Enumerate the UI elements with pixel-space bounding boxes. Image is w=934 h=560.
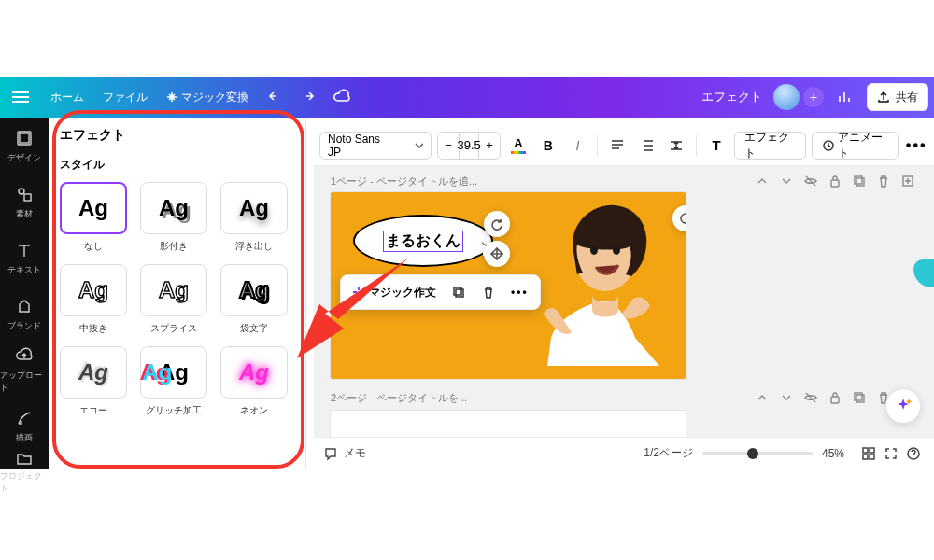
- rail-upload[interactable]: アップロード: [0, 342, 49, 398]
- style-echo[interactable]: Ag: [60, 346, 127, 399]
- align-icon: [610, 138, 625, 153]
- zoom-slider[interactable]: [702, 452, 813, 455]
- spacing-button[interactable]: [665, 133, 689, 159]
- cloud-upload-icon: [15, 346, 34, 365]
- eye-off-icon: [803, 174, 818, 189]
- chevron-down-icon: [779, 174, 794, 189]
- page-counter: 1/2ページ: [644, 445, 693, 461]
- speech-text[interactable]: まるおくん: [383, 231, 463, 252]
- page-2-canvas[interactable]: [331, 411, 686, 437]
- add-member-button[interactable]: +: [803, 87, 824, 107]
- hamburger-menu[interactable]: [0, 96, 41, 98]
- magic-write-button[interactable]: マジック作文: [347, 279, 442, 305]
- font-size-input[interactable]: 39.5: [459, 133, 479, 159]
- canvas[interactable]: 1ページ - ページタイトルを追...: [314, 166, 934, 437]
- rail-elements[interactable]: 素材: [0, 174, 49, 230]
- document-title[interactable]: エフェクト: [694, 89, 770, 105]
- text-color-button[interactable]: A: [506, 133, 531, 159]
- italic-button[interactable]: I: [566, 133, 590, 159]
- rail-design[interactable]: デザイン: [0, 118, 49, 174]
- page-lock-button[interactable]: [826, 388, 844, 407]
- page-duplicate-button[interactable]: [850, 388, 869, 407]
- style-label: 影付き: [160, 240, 188, 253]
- redo-button[interactable]: [293, 82, 323, 112]
- divider: [696, 135, 697, 156]
- nav-home[interactable]: ホーム: [41, 90, 93, 105]
- speech-bubble[interactable]: まるおくん: [353, 215, 493, 267]
- undo-button[interactable]: [260, 82, 290, 112]
- style-neon[interactable]: Ag: [220, 346, 288, 399]
- style-shadow[interactable]: Ag: [140, 182, 207, 234]
- upload-icon: [877, 91, 890, 104]
- rotate-icon: [490, 217, 503, 231]
- style-none[interactable]: Ag: [60, 182, 127, 234]
- share-button[interactable]: 共有: [867, 83, 928, 111]
- effects-button[interactable]: エフェクト: [734, 132, 806, 160]
- style-glitch[interactable]: Ag: [140, 346, 207, 399]
- move-handle[interactable]: [484, 241, 510, 267]
- chevron-down-icon: [415, 141, 423, 150]
- font-family-select[interactable]: Noto Sans JP: [319, 132, 432, 160]
- svg-rect-15: [856, 395, 864, 402]
- bottom-bar: メモ 1/2ページ 45%: [314, 437, 934, 469]
- avatar[interactable]: [773, 84, 800, 110]
- style-lift[interactable]: Ag: [220, 182, 288, 234]
- page-hide-button[interactable]: [801, 172, 820, 190]
- page2-label[interactable]: 2ページ - ページタイトルを...: [331, 391, 467, 405]
- fullscreen-button[interactable]: [880, 442, 902, 465]
- style-splice[interactable]: Ag: [140, 264, 207, 316]
- rail-draw[interactable]: 描画: [0, 398, 49, 454]
- style-bag[interactable]: Ag: [220, 264, 288, 316]
- animate-button[interactable]: アニメート: [812, 132, 899, 160]
- page1-label[interactable]: 1ページ - ページタイトルを追...: [331, 175, 477, 189]
- text-toolbar: Noto Sans JP − 39.5 + A B I T エフェクト アニメー…: [314, 125, 934, 166]
- zoom-percent[interactable]: 45%: [822, 447, 844, 460]
- redo-icon: [300, 89, 317, 105]
- help-button[interactable]: [902, 442, 925, 465]
- style-hollow[interactable]: Ag: [60, 264, 127, 316]
- add-page-icon: [900, 174, 915, 189]
- svg-rect-21: [870, 455, 874, 459]
- chart-icon: [836, 89, 853, 105]
- cloud-sync-button[interactable]: [327, 82, 357, 112]
- list-button[interactable]: [635, 133, 659, 159]
- font-size-increase[interactable]: +: [479, 138, 500, 152]
- effects-panel: エフェクト スタイル Agなし Ag影付き Ag浮き出し Ag中抜き Agスプラ…: [49, 118, 306, 469]
- page-duplicate-button[interactable]: [850, 172, 869, 190]
- panel-title: エフェクト: [60, 127, 294, 144]
- nav-magic-convert[interactable]: マジック変換: [157, 90, 258, 105]
- svg-rect-14: [831, 397, 839, 403]
- page-delete-button[interactable]: [874, 172, 893, 190]
- analytics-button[interactable]: [829, 82, 859, 112]
- page-up-button[interactable]: [753, 172, 771, 190]
- font-size-decrease[interactable]: −: [438, 138, 459, 152]
- page-up-button[interactable]: [753, 388, 771, 407]
- page-down-button[interactable]: [777, 388, 796, 407]
- nav-file[interactable]: ファイル: [93, 90, 157, 105]
- rotate-handle[interactable]: [484, 211, 510, 237]
- page-add-button[interactable]: [899, 172, 917, 190]
- context-more-button[interactable]: •••: [505, 279, 534, 305]
- bold-button[interactable]: B: [536, 133, 560, 159]
- page-lock-button[interactable]: [826, 172, 844, 190]
- text-icon: [15, 241, 34, 259]
- page-down-button[interactable]: [777, 172, 796, 190]
- delete-button[interactable]: [475, 279, 502, 305]
- page-1-canvas[interactable]: まるおくん マジック作文 •••: [331, 192, 686, 379]
- grid-view-button[interactable]: [857, 442, 880, 465]
- align-button[interactable]: [605, 133, 630, 159]
- duplicate-button[interactable]: [446, 279, 472, 305]
- style-label: 中抜き: [79, 322, 107, 335]
- ai-fab[interactable]: ✦: [885, 388, 921, 424]
- text-format-button[interactable]: T: [704, 133, 729, 159]
- notes-button[interactable]: メモ: [323, 445, 366, 461]
- shapes-icon: [15, 185, 34, 203]
- style-label: グリッチ加工: [146, 404, 202, 417]
- more-button[interactable]: •••: [904, 133, 928, 159]
- style-label: スプライス: [150, 322, 197, 335]
- rail-text[interactable]: テキスト: [0, 230, 49, 286]
- copy-icon: [451, 285, 466, 300]
- rail-brand[interactable]: ブランド: [0, 286, 49, 342]
- page-hide-button[interactable]: [801, 388, 820, 407]
- rail-project[interactable]: プロジェクト: [0, 454, 49, 491]
